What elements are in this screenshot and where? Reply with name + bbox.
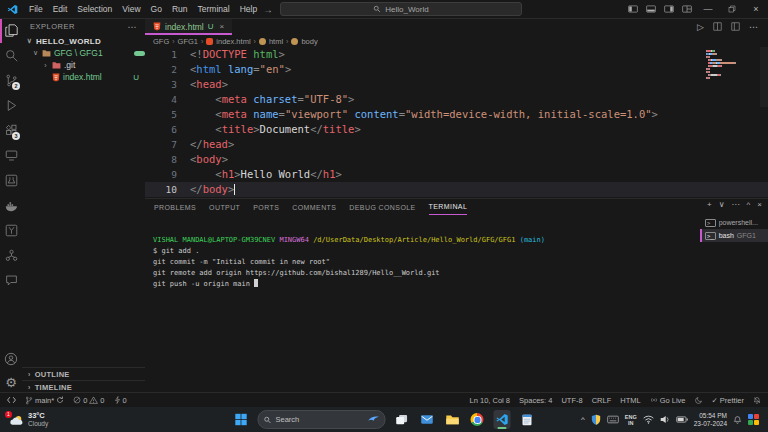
explorer-more-icon[interactable]: ⋯	[128, 22, 138, 32]
explorer-icon[interactable]	[0, 18, 22, 43]
tree-item-index-html[interactable]: index.html U	[22, 71, 145, 83]
toggle-panel-icon[interactable]	[642, 0, 660, 18]
do-not-disturb-icon[interactable]	[695, 396, 703, 404]
search-icon[interactable]	[0, 43, 22, 68]
notification-bell-icon[interactable]	[733, 415, 742, 425]
task-view-button[interactable]	[394, 410, 411, 429]
cursor-position[interactable]: Ln 10, Col 8	[470, 396, 510, 405]
language-indicator[interactable]: ENG IN	[625, 414, 637, 426]
remote-explorer-icon[interactable]	[0, 143, 22, 168]
menu-terminal[interactable]: Terminal	[193, 4, 235, 14]
widgets-icon[interactable]	[748, 414, 759, 425]
touch-keyboard-icon[interactable]	[607, 415, 619, 424]
tree-item-git-folder[interactable]: › .git	[22, 59, 145, 71]
go-live-button[interactable]: Go Live	[650, 396, 686, 405]
docker-icon[interactable]	[0, 193, 22, 218]
file-explorer-icon[interactable]	[444, 410, 461, 429]
menu-run[interactable]: Run	[167, 4, 193, 14]
menu-view[interactable]: View	[117, 4, 145, 14]
eol-sequence[interactable]: CRLF	[592, 396, 612, 405]
chrome-icon[interactable]	[469, 410, 486, 429]
terminal-list-item[interactable]: >_bashGFG1	[700, 229, 768, 242]
menu-edit[interactable]: Edit	[48, 4, 73, 14]
prettier-indicator[interactable]: ✓ Prettier	[712, 396, 744, 405]
tree-item-gfg-folder[interactable]: ∨ GFG \ GFG1	[22, 47, 145, 59]
battery-icon[interactable]	[676, 416, 688, 423]
terminal-output[interactable]: VISHAL MANDAL@LAPTOP-GM39CNEV MINGW64 /d…	[153, 235, 696, 290]
chat-icon[interactable]	[0, 268, 22, 293]
start-button[interactable]	[233, 410, 250, 429]
terminal-list-item[interactable]: >_powershell...	[700, 216, 768, 229]
panel-tab-terminal[interactable]: TERMINAL	[429, 199, 468, 215]
breadcrumb-item[interactable]: GFG1	[178, 37, 198, 46]
panel-tab-problems[interactable]: PROBLEMS	[154, 200, 196, 215]
tab-label: index.html	[165, 22, 204, 32]
panel-tab-ports[interactable]: PORTS	[253, 200, 279, 215]
close-panel-icon[interactable]: ×	[757, 200, 762, 209]
run-debug-icon[interactable]	[0, 93, 22, 118]
terminal-dropdown-icon[interactable]: ∨	[719, 200, 725, 209]
volume-icon[interactable]	[660, 415, 670, 424]
tab-index-html[interactable]: index.html U ×	[145, 18, 232, 35]
new-terminal-icon[interactable]: +	[707, 200, 712, 209]
toggle-secondary-sidebar-icon[interactable]	[660, 0, 678, 18]
settings-gear-icon[interactable]: ⚙	[0, 371, 22, 393]
tab-bar: index.html U × ▷ ⋯	[145, 18, 768, 35]
restore-button[interactable]	[720, 0, 744, 18]
tray-overflow-chevron[interactable]: ^	[581, 415, 585, 424]
vscode-taskbar-icon[interactable]	[494, 410, 511, 429]
more-actions-icon[interactable]: ⋯	[749, 22, 758, 32]
mail-app-icon[interactable]	[419, 410, 436, 429]
toggle-layout-icon[interactable]	[731, 22, 740, 31]
toggle-sidebar-icon[interactable]	[624, 0, 642, 18]
breadcrumb-item[interactable]: GFG	[153, 37, 169, 46]
code-line: 9 <h1>Hello World</h1>	[145, 167, 768, 182]
hierarchy-icon[interactable]	[0, 243, 22, 268]
indentation[interactable]: Spaces: 4	[519, 396, 552, 405]
makefile-icon[interactable]	[0, 218, 22, 243]
menu-selection[interactable]: Selection	[72, 4, 117, 14]
breadcrumb-item[interactable]: body	[301, 37, 317, 46]
run-button[interactable]: ▷	[697, 22, 704, 32]
forward-arrow-icon[interactable]: →	[263, 4, 273, 15]
language-mode[interactable]: HTML	[620, 396, 640, 405]
branch-indicator[interactable]: main*	[25, 396, 64, 405]
panel-tab-output[interactable]: OUTPUT	[209, 200, 240, 215]
extensions-icon[interactable]: 3	[0, 118, 22, 143]
maximize-panel-icon[interactable]: ^	[747, 200, 751, 209]
layouts-icon[interactable]	[678, 0, 696, 18]
ports-indicator[interactable]: 0	[114, 396, 127, 405]
defender-shield-icon[interactable]	[591, 414, 601, 425]
minimap[interactable]	[706, 50, 736, 80]
close-button[interactable]: ×	[744, 0, 768, 18]
breadcrumb-item[interactable]: index.html	[216, 37, 250, 46]
editor-scrollbar[interactable]	[760, 47, 768, 107]
encoding[interactable]: UTF-8	[561, 396, 582, 405]
weather-widget[interactable]: 1 33°C Cloudy	[9, 412, 48, 428]
testing-icon[interactable]	[0, 168, 22, 193]
notifications-bell-icon[interactable]	[753, 396, 761, 405]
taskbar-search-box[interactable]: Search	[258, 410, 386, 429]
panel-more-icon[interactable]: ⋯	[732, 200, 740, 209]
menu-file[interactable]: File	[24, 4, 48, 14]
back-arrow-icon[interactable]: ←	[246, 4, 256, 15]
menu-go[interactable]: Go	[146, 4, 167, 14]
panel-tab-debug-console[interactable]: DEBUG CONSOLE	[349, 200, 415, 215]
remote-indicator[interactable]	[7, 396, 16, 404]
problems-indicator[interactable]: 0 0	[73, 396, 104, 405]
wifi-icon[interactable]	[643, 415, 654, 424]
weather-desc: Cloudy	[28, 420, 48, 428]
code-area[interactable]: 1<!DOCTYPE html>2<html lang="en">3<head>…	[145, 47, 768, 198]
clock-widget[interactable]: 05:54 PM 23-07-2024	[694, 412, 727, 428]
minimize-button[interactable]: —	[696, 0, 720, 18]
source-control-icon[interactable]: 2	[0, 68, 22, 93]
tree-root-hello-world[interactable]: ∨ HELLO_WORLD	[22, 35, 145, 47]
outline-section[interactable]: › OUTLINE	[22, 367, 145, 380]
panel-tab-comments[interactable]: COMMENTS	[292, 200, 336, 215]
command-search-box[interactable]: Hello_World	[280, 2, 522, 16]
account-icon[interactable]	[0, 346, 22, 371]
breadcrumb-item[interactable]: html	[269, 37, 283, 46]
notepad-app-icon[interactable]	[519, 410, 536, 429]
split-editor-icon[interactable]	[713, 22, 722, 31]
tab-close-icon[interactable]: ×	[220, 22, 225, 31]
